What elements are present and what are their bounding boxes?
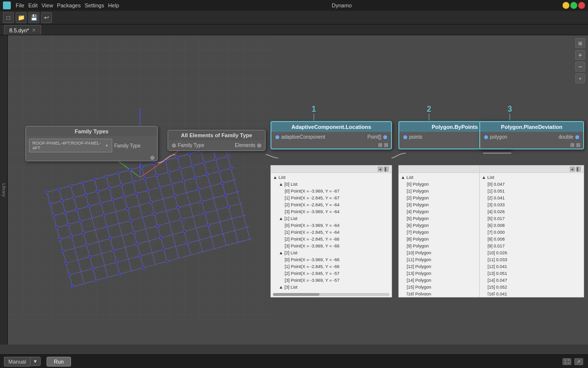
menu-view[interactable]: View [40,2,55,8]
status-icons: ⛶ ↗ [563,358,583,365]
list-item: [16] 0.041 [482,291,582,295]
menu-help[interactable]: Help [106,2,121,8]
list-item: [8] 0.008 [482,236,582,243]
polygon-dev-panel-ctrl-2[interactable]: ▌ [576,167,581,172]
output-panel-polygon-dev-header: ■ ▌ [480,166,584,173]
menu-packages[interactable]: Packages [55,2,82,8]
dropdown-arrow-icon: ▼ [105,144,109,148]
node-polygon-plane-deviation: Polygon.PlaneDeviation polygon double [479,121,584,149]
panel-ctrl-btn-2[interactable]: ▌ [384,167,389,172]
list-item: [2] Point(X = -2.845, Y = -64 [273,201,390,208]
adaptive-scrollbar-thumb [273,293,319,296]
adaptive-in-port [275,135,279,139]
tabbar: 8.5.dyn* ✕ [0,25,588,35]
zoom-reset-button[interactable]: + [575,74,585,83]
node-adaptive-number-line [314,114,314,121]
panel-ctrl-btn-1[interactable]: ■ [378,167,383,172]
run-button[interactable]: Run [47,357,71,367]
tab-dyn[interactable]: 8.5.dyn* ✕ [4,25,41,35]
zoom-out-button[interactable]: − [575,62,585,72]
polygon-dev-out-port [575,135,579,139]
list-item: [15] 0.052 [482,284,582,291]
node-adaptive-number: 1 [312,105,316,114]
node-polygon-dev-header: Polygon.PlaneDeviation [480,122,583,132]
tab-close-button[interactable]: ✕ [32,27,36,33]
list-item: [6] 0.008 [482,222,582,229]
polygon-dev-ctrl-1[interactable] [570,143,574,147]
list-item: [2] Point(X = -2.845, Y = -66 [273,236,390,243]
polygon-dev-ctrl-2[interactable] [576,143,580,147]
list-item: [1] Point(X = -2.845, Y = -66 [273,263,390,270]
node-family-types: Family Types ROOF-PANEL-4PT:ROOF-PANEL-4… [25,126,158,161]
family-type-port-label: Family Type [114,143,141,148]
node-polygon-by-number-line [429,114,429,121]
menu-settings[interactable]: Settings [83,2,106,8]
list-item: [1] Point(X = -2.845, Y = -67 [273,195,390,201]
output-panel-adaptive-body[interactable]: ▲ List▲ [0] List[0] Point(X = -3.969, Y … [271,173,392,295]
menu-edit[interactable]: Edit [26,2,40,8]
list-item: [2] 0.041 [482,195,582,201]
zoom-fit-button[interactable]: ⊞ [575,38,585,48]
list-item: [9] 0.017 [482,243,582,249]
open-button[interactable]: 📁 [16,12,26,23]
node-polygon-dev-number-container: 3 [508,105,512,121]
sidebar[interactable]: Library [0,35,8,344]
output-panel-polygon-dev: ■ ▌ ▲ List[0] 0.047[1] 0.051[2] 0.041[3]… [479,165,584,297]
status-icon-2[interactable]: ↗ [574,358,583,365]
list-item: [13] 0.051 [482,270,582,277]
menu-file[interactable]: File [14,2,26,8]
list-item: ▲ List [482,174,582,181]
adaptive-ctrl-2[interactable] [384,143,388,147]
zoom-in-button[interactable]: + [575,50,585,60]
panel-controls-adaptive: ■ ▌ [378,167,389,172]
list-item: ▲ [0] List [273,181,390,188]
list-item: [1] Point(X = -2.845, Y = -64 [273,229,390,236]
main-area: Library [0,35,588,344]
output-panel-adaptive-header: ■ ▌ [271,166,392,173]
minimize-button[interactable] [563,2,569,9]
viewport-3d [8,35,272,344]
polygon-dev-panel-ctrl-1[interactable]: ■ [570,167,575,172]
list-item: [0] Point(X = -3.969, Y = -66 [273,256,390,263]
maximize-button[interactable] [570,2,577,9]
new-button[interactable]: □ [3,12,14,23]
canvas[interactable]: Family Types ROOF-PANEL-4PT:ROOF-PANEL-4… [8,35,588,344]
right-controls: ⊞ + − + [575,38,585,83]
list-item: [3] Point(X = -3.969, Y = -64 [273,208,390,215]
panel-controls-polygon-dev: ■ ▌ [570,167,581,172]
list-item: [0] 0.047 [482,181,582,188]
node-adaptive-component: AdaptiveComponent.Locations adaptiveComp… [270,121,392,149]
list-item: [5] 0.017 [482,215,582,222]
node-adaptive-number-container: 1 [312,105,316,121]
node-polygon-dev-number: 3 [508,105,512,114]
list-item: ▲ [2] List [273,249,390,256]
toolbar: □ 📁 💾 ↩ [0,11,588,25]
output-panel-polygon-dev-body[interactable]: ▲ List[0] 0.047[1] 0.051[2] 0.041[3] 0.0… [480,173,584,295]
list-item: [2] Point(X = -2.845, Y = -57 [273,270,390,277]
close-button[interactable] [578,2,585,9]
list-item: [3] Point(X = -3.969, Y = -57 [273,277,390,284]
list-item: [12] 0.041 [482,263,582,270]
run-mode-label: Manual [4,357,30,367]
adaptive-ctrl-1[interactable] [378,143,382,147]
family-types-out-port [150,156,154,160]
undo-button[interactable]: ↩ [41,12,52,23]
list-item: [14] 0.047 [482,277,582,284]
save-button[interactable]: 💾 [28,12,39,23]
list-item: [3] 0.033 [482,201,582,208]
app-icon [3,1,11,9]
node-family-types-header: Family Types [26,126,157,136]
list-item: [0] Point(X = -3.969, Y = -64 [273,222,390,229]
node-polygon-by-number: 2 [427,105,431,114]
statusbar: Manual ▼ Run ⛶ ↗ [0,354,588,368]
node-polygon-by-number-container: 2 [427,105,431,121]
node-all-elements-header: All Elements of Family Type [168,130,265,140]
titlebar: File Edit View Packages Settings Help Dy… [0,0,588,11]
run-mode-dropdown[interactable]: ▼ [30,357,41,366]
family-type-dropdown[interactable]: ROOF-PANEL-4PT:ROOF-PANEL-4PT ▼ [29,139,112,152]
list-item: [7] 0.000 [482,229,582,236]
app-title: Dynamo [121,2,563,8]
adaptive-scrollbar[interactable] [273,293,390,296]
status-icon-1[interactable]: ⛶ [563,358,571,365]
all-elements-in-port [172,144,176,147]
